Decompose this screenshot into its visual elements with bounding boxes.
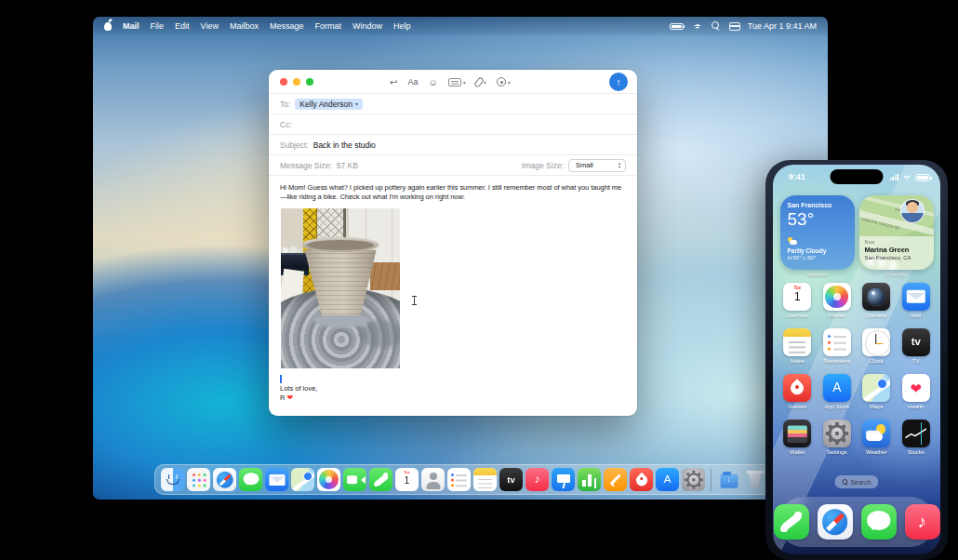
window-titlebar[interactable]: Aa (269, 70, 637, 94)
menu-bar: Mail File Edit View Mailbox Message Form… (93, 17, 828, 35)
tv-glyph: tv (911, 337, 921, 347)
close-button[interactable] (280, 78, 287, 86)
subject-row[interactable]: Subject: Back in the studio (269, 135, 637, 155)
menu-format[interactable]: Format (314, 21, 341, 31)
dock-item-contacts[interactable] (421, 468, 445, 491)
recipient-token[interactable]: Kelly Anderson (295, 99, 363, 110)
home-app-stocks[interactable]: Stocks (897, 420, 937, 455)
dock-item-launchpad[interactable] (187, 468, 210, 491)
reminders-icon (823, 328, 851, 356)
dock-item-trash[interactable] (743, 468, 766, 491)
home-app-mail[interactable]: Mail (897, 283, 937, 318)
home-app-photos[interactable]: Photos (818, 283, 858, 318)
dock-item-music[interactable]: ♪ (526, 468, 549, 491)
iphone-dock-safari[interactable] (818, 504, 853, 540)
home-app-calendar[interactable]: Tue1Calendar (778, 283, 818, 318)
home-search-pill[interactable]: Search (834, 475, 878, 488)
pottery-photo-attachment[interactable] (281, 208, 400, 368)
insert-photo-button[interactable] (497, 77, 511, 87)
wifi-icon (902, 174, 911, 180)
dock-item-phone[interactable] (369, 468, 393, 491)
dock-item-games[interactable] (630, 468, 653, 491)
menu-message[interactable]: Message (270, 21, 304, 31)
iphone-dock-phone[interactable] (774, 504, 809, 540)
control-center-icon[interactable] (729, 22, 739, 31)
mac-dock: Tue1tv♪A↓ (154, 464, 773, 495)
image-size-popup[interactable]: Small ▲▼ (568, 159, 626, 172)
message-body[interactable]: Hi Mom! Guess what? I picked up pottery … (269, 176, 637, 403)
menu-mailbox[interactable]: Mailbox (230, 21, 259, 31)
app-label: TV (912, 358, 920, 364)
undo-icon[interactable] (390, 77, 397, 87)
home-app-reminders[interactable]: Reminders (818, 328, 858, 364)
dock-item-downloads[interactable]: ↓ (717, 468, 740, 491)
home-app-app-store[interactable]: AApp Store (818, 374, 858, 409)
menu-app-name[interactable]: Mail (123, 21, 140, 31)
menu-edit[interactable]: Edit (175, 21, 190, 31)
header-fields-button[interactable] (448, 78, 466, 87)
battery-icon (915, 174, 930, 181)
tv-icon: tv (902, 328, 930, 356)
cc-row[interactable]: Cc: (269, 114, 637, 135)
iphone-dock-messages[interactable] (861, 504, 897, 540)
body-closing[interactable]: Lots of love, (280, 384, 626, 393)
to-row[interactable]: To: Kelly Anderson (269, 94, 637, 114)
dock-item-facetime[interactable] (343, 468, 366, 491)
home-app-clock[interactable]: Clock (857, 328, 897, 364)
find-my-widget[interactable]: MARINA GREEN DR MARINA BLVD Now Marina G… (859, 195, 934, 270)
menu-file[interactable]: File (151, 21, 165, 31)
dock-item-settings[interactable] (682, 468, 705, 491)
menu-view[interactable]: View (201, 21, 219, 31)
contacts-icon (421, 468, 445, 491)
home-app-tv[interactable]: tvTV (897, 328, 937, 364)
dock-item-finder[interactable] (161, 468, 184, 491)
weather-widget[interactable]: San Francisco 53° Partly Cloudy H:56° L:… (780, 195, 855, 270)
subject-value[interactable]: Back in the studio (313, 140, 376, 150)
wifi-icon[interactable] (692, 22, 703, 31)
dock-item-messages[interactable] (239, 468, 262, 491)
menu-bar-status: Tue Apr 1 9:41 AM (670, 21, 817, 31)
home-app-games[interactable]: Games (778, 374, 818, 409)
dock-item-numbers[interactable] (578, 468, 601, 491)
minimize-button[interactable] (293, 78, 300, 86)
menu-help[interactable]: Help (393, 21, 411, 31)
iphone-dock-music[interactable]: ♪ (905, 504, 940, 540)
home-app-weather[interactable]: Weather (857, 420, 897, 455)
dock-item-safari[interactable] (213, 468, 236, 491)
photos-icon (317, 468, 340, 491)
dock-divider (711, 469, 712, 491)
iphone-status-bar: 9:41 (773, 169, 940, 186)
spotlight-search-icon[interactable] (712, 21, 721, 31)
dock-item-notes[interactable] (473, 468, 497, 491)
battery-icon[interactable] (670, 23, 684, 30)
home-app-wallet[interactable]: Wallet (778, 420, 818, 455)
menu-bar-clock[interactable]: Tue Apr 1 9:41 AM (748, 21, 817, 31)
menu-window[interactable]: Window (353, 21, 382, 31)
dock-item-reminders[interactable] (447, 468, 471, 491)
app-label: Health (908, 404, 924, 409)
dock-item-maps[interactable] (291, 468, 314, 491)
image-size-value: Small (576, 161, 593, 169)
format-button[interactable]: Aa (407, 77, 418, 87)
findmy-widget-label: Find My (886, 272, 906, 277)
home-app-camera[interactable]: Camera (857, 283, 897, 318)
emoji-icon[interactable] (428, 77, 437, 87)
dock-item-keynote[interactable] (552, 468, 575, 491)
heart-emoji: ❤ (287, 393, 294, 402)
dock-item-tv[interactable]: tv (499, 468, 523, 491)
dock-item-photos[interactable] (317, 468, 340, 491)
home-app-maps[interactable]: Maps (857, 374, 897, 409)
body-signature[interactable]: R ❤ (280, 393, 626, 404)
dock-item-pages[interactable] (604, 468, 627, 491)
home-app-health[interactable]: ❤Health (897, 374, 937, 409)
apple-logo-icon[interactable] (104, 22, 112, 31)
dock-item-calendar[interactable]: Tue1 (395, 468, 419, 491)
dock-item-mail[interactable] (265, 468, 288, 491)
dock-item-app-store[interactable]: A (656, 468, 679, 491)
send-button[interactable] (609, 73, 628, 91)
home-app-notes[interactable]: Notes (778, 328, 818, 364)
attach-button[interactable] (476, 77, 486, 87)
home-app-settings[interactable]: Settings (818, 420, 858, 455)
body-paragraph[interactable]: Hi Mom! Guess what? I picked up pottery … (280, 183, 626, 202)
zoom-button[interactable] (306, 78, 313, 86)
